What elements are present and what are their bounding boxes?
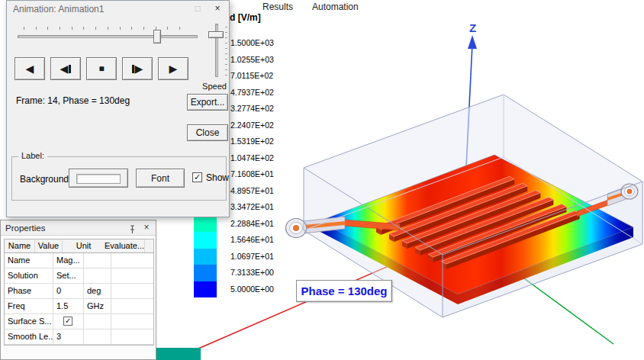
column-header[interactable]: Value <box>35 239 63 252</box>
label-group-title: Label: <box>18 151 47 160</box>
property-name: Solution <box>5 268 53 283</box>
column-header[interactable]: Unit <box>63 239 105 252</box>
font-button[interactable]: Font <box>136 169 185 188</box>
property-row[interactable]: Surface S... ✓ <box>5 314 153 329</box>
step-reverse-button[interactable]: ◀ <box>50 57 81 80</box>
property-evaluated <box>111 329 153 344</box>
property-name: Surface S... <box>5 314 53 329</box>
column-header[interactable]: Evaluate... <box>105 239 145 252</box>
step-forward-icon: ▶ <box>135 63 143 74</box>
property-unit: GHz <box>84 299 111 313</box>
legend-color-swatch <box>194 265 217 281</box>
maximize-icon: □ <box>189 3 206 15</box>
stop-button[interactable]: ■ <box>86 57 117 80</box>
property-value-text: 1.5 <box>56 301 68 310</box>
property-value[interactable]: 1.5 <box>53 299 84 313</box>
legend-color-swatch <box>194 232 217 249</box>
legend-value: 4.7937E+02 <box>230 85 274 101</box>
play-reverse-button[interactable]: ◀ <box>14 57 45 80</box>
frame-slider-channel <box>18 35 198 38</box>
property-row[interactable]: Smooth Le... 3 <box>5 329 153 345</box>
step-forward-bar <box>132 65 134 73</box>
step-forward-button[interactable]: ▶ <box>122 57 153 80</box>
legend-value: 1.5646E+01 <box>230 232 274 249</box>
play-forward-icon: ▶ <box>169 63 178 74</box>
property-row[interactable]: Name Mag... <box>5 253 153 268</box>
property-value[interactable]: Set... <box>53 268 84 283</box>
legend-value: 3.3472E+01 <box>230 199 274 216</box>
properties-table-header: Name Value Unit Evaluate... <box>5 239 153 253</box>
dialog-title: Animation: Animation1 <box>13 1 104 18</box>
phase-annotation: Phase = 130deg <box>296 280 392 302</box>
legend-color-swatch <box>194 281 217 298</box>
property-unit <box>84 314 111 329</box>
show-label: Show <box>206 172 229 183</box>
property-evaluated <box>111 284 153 298</box>
menu-item-automation[interactable]: Automation <box>312 2 359 12</box>
property-row[interactable]: Freq 1.5 GHz <box>5 299 153 314</box>
properties-table-body: Name Mag... Solution Set... <box>5 253 153 345</box>
property-value-text: 3 <box>56 332 61 341</box>
frame-info: Frame: 14, Phase = 130deg <box>16 95 130 106</box>
step-reverse-bar <box>69 65 71 73</box>
properties-titlebar[interactable]: Properties × <box>1 220 156 236</box>
property-row[interactable]: Solution Set... <box>5 268 153 284</box>
property-value[interactable]: 3 <box>53 329 84 344</box>
legend-value: 1.0474E+02 <box>230 150 274 167</box>
background-color-button[interactable] <box>69 169 128 188</box>
properties-table: Name Value Unit Evaluate... Name Mag... <box>4 239 154 346</box>
speed-slider-thumb[interactable] <box>208 31 224 38</box>
property-name: Freq <box>5 299 53 313</box>
dialog-titlebar[interactable]: Animation: Animation1 □ × <box>7 1 229 18</box>
menu-item-results[interactable]: Results <box>262 2 293 12</box>
property-evaluated <box>111 314 153 329</box>
property-value-text: Mag... <box>56 256 80 265</box>
check-icon: ✓ <box>194 172 201 182</box>
properties-panel: Properties × Name Value Unit Evaluate... <box>0 220 156 360</box>
label-group: Label: Background: Font ✓ Show <box>11 156 227 201</box>
legend-value: 7.3133E+00 <box>230 265 274 281</box>
property-value-text: Set... <box>56 271 76 280</box>
property-name: Smooth Le... <box>5 329 53 344</box>
playback-controls: ◀ ◀ ■ ▶ ▶ <box>14 57 188 80</box>
property-unit <box>84 268 111 283</box>
legend-value: 5.0000E+00 <box>230 281 274 298</box>
background-window-strip <box>156 348 201 360</box>
property-value[interactable]: Mag... <box>53 253 84 268</box>
z-axis-arrow <box>468 35 477 49</box>
animation-dialog: Animation: Animation1 □ × Speed ◀ ◀ ■ ▶ … <box>6 0 230 217</box>
legend-value: 7.0115E+02 <box>230 68 274 85</box>
background-color-swatch <box>76 174 121 184</box>
export-button[interactable]: Export... <box>187 94 228 111</box>
check-icon: ✓ <box>65 314 71 328</box>
panel-close-icon[interactable]: × <box>142 222 151 234</box>
legend-values: 1.5000E+03 1.0255E+03 7.0115E+02 4.7937E… <box>230 35 274 297</box>
legend-value: 2.2884E+01 <box>230 216 274 233</box>
property-checkbox[interactable]: ✓ <box>63 317 72 326</box>
property-row[interactable]: Phase 0 deg <box>5 284 153 299</box>
legend-value: 1.5000E+03 <box>230 35 274 52</box>
legend-value: 4.8957E+01 <box>230 183 274 200</box>
property-value[interactable]: 0 <box>53 284 84 298</box>
property-evaluated <box>111 253 153 268</box>
pin-icon[interactable] <box>128 223 137 233</box>
application-window: Z <box>0 0 644 360</box>
property-unit <box>84 253 111 268</box>
frame-slider-thumb[interactable] <box>153 30 161 43</box>
frame-slider[interactable] <box>18 25 198 45</box>
column-header[interactable]: Name <box>5 239 35 252</box>
property-value[interactable]: ✓ <box>53 314 84 329</box>
step-reverse-icon: ◀ <box>60 63 69 74</box>
close-dialog-button[interactable]: Close <box>187 124 228 141</box>
speed-slider[interactable] <box>205 24 228 80</box>
legend-value: 7.1608E+01 <box>230 166 274 183</box>
speed-slider-ticks <box>225 25 227 76</box>
play-forward-button[interactable]: ▶ <box>158 57 188 80</box>
close-icon[interactable]: × <box>209 3 226 15</box>
property-evaluated <box>111 268 153 283</box>
frame-slider-ticks <box>24 27 192 30</box>
legend-value: 1.5319E+02 <box>230 133 274 150</box>
z-axis-label: Z <box>469 21 476 34</box>
show-checkbox[interactable]: ✓ <box>192 172 202 182</box>
legend-value: 2.2407E+02 <box>230 117 274 134</box>
